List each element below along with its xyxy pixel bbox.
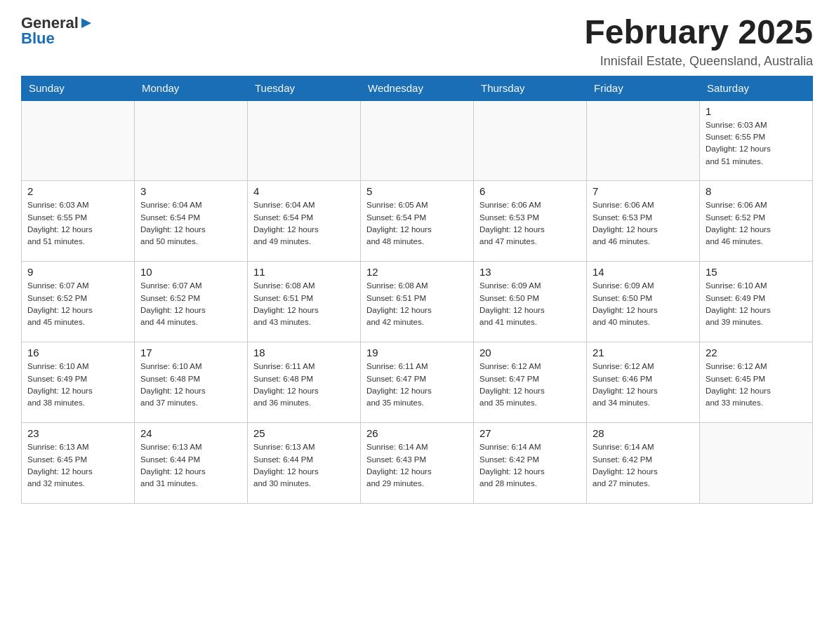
- day-info: Sunrise: 6:04 AMSunset: 6:54 PMDaylight:…: [140, 199, 241, 248]
- week-row: 1Sunrise: 6:03 AMSunset: 6:55 PMDaylight…: [22, 100, 813, 181]
- day-number: 8: [706, 185, 807, 197]
- calendar-header-wednesday: Wednesday: [361, 76, 474, 100]
- day-info: Sunrise: 6:10 AMSunset: 6:49 PMDaylight:…: [27, 361, 128, 409]
- calendar-cell: 11Sunrise: 6:08 AMSunset: 6:51 PMDayligh…: [248, 262, 361, 342]
- day-number: 22: [706, 347, 807, 358]
- calendar-cell: 26Sunrise: 6:14 AMSunset: 6:43 PMDayligh…: [361, 423, 474, 504]
- day-info: Sunrise: 6:06 AMSunset: 6:52 PMDaylight:…: [706, 199, 807, 248]
- calendar-cell: 17Sunrise: 6:10 AMSunset: 6:48 PMDayligh…: [135, 342, 248, 423]
- calendar-cell: 18Sunrise: 6:11 AMSunset: 6:48 PMDayligh…: [248, 342, 361, 423]
- calendar-cell: 10Sunrise: 6:07 AMSunset: 6:52 PMDayligh…: [135, 262, 248, 342]
- logo-blue: Blue: [21, 29, 55, 48]
- calendar-cell: 9Sunrise: 6:07 AMSunset: 6:52 PMDaylight…: [22, 262, 135, 342]
- day-info: Sunrise: 6:13 AMSunset: 6:44 PMDaylight:…: [253, 441, 355, 490]
- calendar-header-saturday: Saturday: [700, 76, 813, 100]
- calendar-cell: 4Sunrise: 6:04 AMSunset: 6:54 PMDaylight…: [248, 181, 361, 262]
- day-info: Sunrise: 6:03 AMSunset: 6:55 PMDaylight:…: [706, 119, 807, 168]
- day-number: 11: [253, 266, 355, 278]
- day-number: 16: [27, 347, 128, 358]
- calendar-cell: 3Sunrise: 6:04 AMSunset: 6:54 PMDaylight…: [135, 181, 248, 262]
- day-number: 1: [706, 105, 807, 117]
- day-info: Sunrise: 6:07 AMSunset: 6:52 PMDaylight:…: [27, 280, 128, 328]
- day-info: Sunrise: 6:11 AMSunset: 6:48 PMDaylight:…: [253, 361, 355, 409]
- day-info: Sunrise: 6:12 AMSunset: 6:45 PMDaylight:…: [706, 361, 807, 409]
- day-info: Sunrise: 6:08 AMSunset: 6:51 PMDaylight:…: [253, 280, 355, 328]
- day-info: Sunrise: 6:06 AMSunset: 6:53 PMDaylight:…: [593, 199, 694, 248]
- calendar-cell: 6Sunrise: 6:06 AMSunset: 6:53 PMDaylight…: [474, 181, 587, 262]
- calendar-header-sunday: Sunday: [22, 76, 135, 100]
- calendar-cell: 16Sunrise: 6:10 AMSunset: 6:49 PMDayligh…: [22, 342, 135, 423]
- calendar-cell: [587, 100, 700, 181]
- day-info: Sunrise: 6:10 AMSunset: 6:48 PMDaylight:…: [140, 361, 241, 409]
- day-number: 24: [140, 427, 241, 439]
- day-info: Sunrise: 6:04 AMSunset: 6:54 PMDaylight:…: [253, 199, 355, 248]
- day-info: Sunrise: 6:14 AMSunset: 6:42 PMDaylight:…: [479, 441, 581, 490]
- calendar-cell: [248, 100, 361, 181]
- calendar-cell: 1Sunrise: 6:03 AMSunset: 6:55 PMDaylight…: [700, 100, 813, 181]
- calendar-cell: 25Sunrise: 6:13 AMSunset: 6:44 PMDayligh…: [248, 423, 361, 504]
- calendar-table: SundayMondayTuesdayWednesdayThursdayFrid…: [21, 76, 813, 504]
- calendar-cell: 12Sunrise: 6:08 AMSunset: 6:51 PMDayligh…: [361, 262, 474, 342]
- calendar-cell: 7Sunrise: 6:06 AMSunset: 6:53 PMDaylight…: [587, 181, 700, 262]
- calendar-cell: 22Sunrise: 6:12 AMSunset: 6:45 PMDayligh…: [700, 342, 813, 423]
- day-info: Sunrise: 6:12 AMSunset: 6:47 PMDaylight:…: [479, 361, 581, 409]
- calendar-cell: 20Sunrise: 6:12 AMSunset: 6:47 PMDayligh…: [474, 342, 587, 423]
- week-row: 16Sunrise: 6:10 AMSunset: 6:49 PMDayligh…: [22, 342, 813, 423]
- svg-marker-0: [81, 18, 91, 28]
- day-info: Sunrise: 6:14 AMSunset: 6:42 PMDaylight:…: [593, 441, 694, 490]
- location-title: Innisfail Estate, Queensland, Australia: [584, 54, 813, 69]
- week-row: 9Sunrise: 6:07 AMSunset: 6:52 PMDaylight…: [22, 262, 813, 342]
- calendar-header-tuesday: Tuesday: [248, 76, 361, 100]
- day-number: 23: [27, 427, 128, 439]
- day-number: 4: [253, 185, 355, 197]
- week-row: 2Sunrise: 6:03 AMSunset: 6:55 PMDaylight…: [22, 181, 813, 262]
- title-block: February 2025 Innisfail Estate, Queensla…: [584, 14, 813, 69]
- day-number: 17: [140, 347, 241, 358]
- calendar-cell: [474, 100, 587, 181]
- day-info: Sunrise: 6:10 AMSunset: 6:49 PMDaylight:…: [706, 280, 807, 328]
- day-number: 9: [27, 266, 128, 278]
- day-number: 20: [479, 347, 581, 358]
- day-info: Sunrise: 6:07 AMSunset: 6:52 PMDaylight:…: [140, 280, 241, 328]
- day-info: Sunrise: 6:06 AMSunset: 6:53 PMDaylight:…: [479, 199, 581, 248]
- calendar-cell: 5Sunrise: 6:05 AMSunset: 6:54 PMDaylight…: [361, 181, 474, 262]
- day-number: 25: [253, 427, 355, 439]
- day-info: Sunrise: 6:09 AMSunset: 6:50 PMDaylight:…: [479, 280, 581, 328]
- calendar-cell: 8Sunrise: 6:06 AMSunset: 6:52 PMDaylight…: [700, 181, 813, 262]
- day-number: 7: [593, 185, 694, 197]
- calendar-cell: 14Sunrise: 6:09 AMSunset: 6:50 PMDayligh…: [587, 262, 700, 342]
- day-number: 14: [593, 266, 694, 278]
- day-number: 19: [366, 347, 468, 358]
- calendar-header-monday: Monday: [135, 76, 248, 100]
- calendar-cell: 28Sunrise: 6:14 AMSunset: 6:42 PMDayligh…: [587, 423, 700, 504]
- calendar-cell: 13Sunrise: 6:09 AMSunset: 6:50 PMDayligh…: [474, 262, 587, 342]
- calendar-header-friday: Friday: [587, 76, 700, 100]
- calendar-cell: [135, 100, 248, 181]
- page-header: General Blue February 2025 Innisfail Est…: [21, 14, 813, 69]
- day-number: 28: [593, 427, 694, 439]
- calendar-header-thursday: Thursday: [474, 76, 587, 100]
- calendar-cell: 27Sunrise: 6:14 AMSunset: 6:42 PMDayligh…: [474, 423, 587, 504]
- day-number: 18: [253, 347, 355, 358]
- day-number: 3: [140, 185, 241, 197]
- day-info: Sunrise: 6:05 AMSunset: 6:54 PMDaylight:…: [366, 199, 468, 248]
- day-number: 26: [366, 427, 468, 439]
- day-number: 10: [140, 266, 241, 278]
- day-info: Sunrise: 6:08 AMSunset: 6:51 PMDaylight:…: [366, 280, 468, 328]
- day-number: 6: [479, 185, 581, 197]
- day-number: 2: [27, 185, 128, 197]
- day-info: Sunrise: 6:03 AMSunset: 6:55 PMDaylight:…: [27, 199, 128, 248]
- logo: General Blue: [21, 14, 93, 48]
- day-number: 27: [479, 427, 581, 439]
- day-number: 21: [593, 347, 694, 358]
- day-info: Sunrise: 6:09 AMSunset: 6:50 PMDaylight:…: [593, 280, 694, 328]
- day-number: 12: [366, 266, 468, 278]
- calendar-header-row: SundayMondayTuesdayWednesdayThursdayFrid…: [22, 76, 813, 100]
- week-row: 23Sunrise: 6:13 AMSunset: 6:45 PMDayligh…: [22, 423, 813, 504]
- day-number: 15: [706, 266, 807, 278]
- logo-arrow-icon: [80, 17, 93, 29]
- month-title: February 2025: [584, 14, 813, 51]
- calendar-cell: 21Sunrise: 6:12 AMSunset: 6:46 PMDayligh…: [587, 342, 700, 423]
- calendar-cell: 19Sunrise: 6:11 AMSunset: 6:47 PMDayligh…: [361, 342, 474, 423]
- day-info: Sunrise: 6:13 AMSunset: 6:44 PMDaylight:…: [140, 441, 241, 490]
